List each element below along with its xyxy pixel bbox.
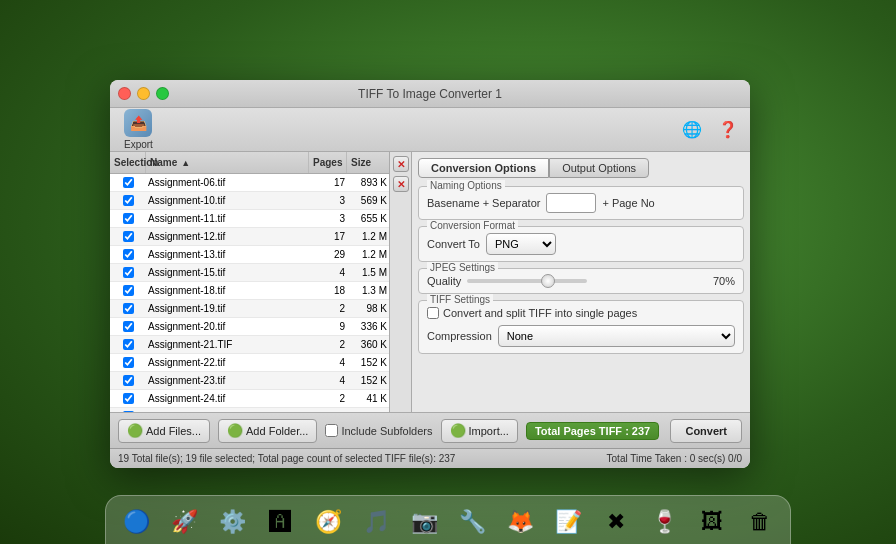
convert-to-label: Convert To [427, 238, 480, 250]
import-button[interactable]: 🟢 Import... [441, 419, 518, 443]
main-content: Selection Name ▲ Pages Size Assignment-0… [110, 152, 750, 412]
dock-icon-settings2[interactable]: 🔧 [450, 500, 494, 544]
conversion-format-row: Convert To PNG JPEG TIFF BMP GIF [427, 233, 735, 255]
tiff-split-row: Convert and split TIFF into single pages [427, 307, 735, 319]
toolbar: 📤 Export 🌐 ❓ [110, 108, 750, 152]
file-name: Assignment-23.tif [146, 375, 309, 386]
file-name: Assignment-15.tif [146, 267, 309, 278]
file-checkbox[interactable] [123, 213, 134, 224]
add-folder-button[interactable]: 🟢 Add Folder... [218, 419, 317, 443]
quality-slider-container [467, 279, 701, 283]
separator-input[interactable] [546, 193, 596, 213]
file-pages: 2 [309, 339, 347, 350]
file-name: Assignment-21.TIF [146, 339, 309, 350]
file-name: Assignment-12.tif [146, 231, 309, 242]
table-row: Assignment-19.tif298 K [110, 300, 389, 318]
col-header-name: Name ▲ [146, 152, 309, 173]
maximize-button[interactable] [156, 87, 169, 100]
dock-icon-safari[interactable]: 🧭 [306, 500, 350, 544]
file-pages: 9 [309, 321, 347, 332]
table-row: Assignment-22.tif4152 K [110, 354, 389, 372]
format-select[interactable]: PNG JPEG TIFF BMP GIF [486, 233, 556, 255]
import-icon: 🟢 [450, 423, 466, 438]
file-name: Assignment-13.tif [146, 249, 309, 260]
file-checkbox[interactable] [123, 303, 134, 314]
file-checkbox[interactable] [123, 321, 134, 332]
convert-button[interactable]: Convert [670, 419, 742, 443]
tiff-split-checkbox[interactable] [427, 307, 439, 319]
remove-button-1[interactable]: ✕ [393, 156, 409, 172]
main-window: TIFF To Image Converter 1 📤 Export 🌐 ❓ S… [110, 80, 750, 468]
file-size: 41 K [347, 411, 389, 412]
file-checkbox[interactable] [123, 249, 134, 260]
dock-icon-itunes[interactable]: 🎵 [354, 500, 398, 544]
help-button[interactable]: ❓ [714, 116, 742, 144]
compression-label: Compression [427, 330, 492, 342]
tiff-split-label: Convert and split TIFF into single pages [443, 307, 637, 319]
file-pages: 3 [309, 195, 347, 206]
dock-icon-launchpad[interactable]: 🚀 [162, 500, 206, 544]
file-checkbox[interactable] [123, 393, 134, 404]
dock-icon-word[interactable]: 📝 [546, 500, 590, 544]
file-checkbox[interactable] [123, 411, 134, 412]
website-button[interactable]: 🌐 [678, 116, 706, 144]
include-subfolders-row: Include Subfolders [325, 424, 432, 437]
file-pages: 2 [309, 411, 347, 412]
dock-icon-firefox[interactable]: 🦊 [498, 500, 542, 544]
status-bar: 19 Total file(s); 19 file selected; Tota… [110, 448, 750, 468]
file-checkbox[interactable] [123, 267, 134, 278]
quality-slider[interactable] [467, 279, 587, 283]
file-size: 1.5 M [347, 267, 389, 278]
add-files-button[interactable]: 🟢 Add Files... [118, 419, 210, 443]
table-row: Assignment-10.tif3569 K [110, 192, 389, 210]
file-size: 152 K [347, 357, 389, 368]
dock-icon-photos[interactable]: 📷 [402, 500, 446, 544]
file-checkbox[interactable] [123, 195, 134, 206]
window-title: TIFF To Image Converter 1 [358, 87, 502, 101]
table-row: Assignment-13.tif291.2 M [110, 246, 389, 264]
dock: 🔵🚀⚙️🅰🧭🎵📷🔧🦊📝✖🍷🖼🗑 [105, 495, 791, 544]
side-buttons: ✕ ✕ [390, 152, 412, 412]
file-name: Assignment-06.tif [146, 177, 309, 188]
close-button[interactable] [118, 87, 131, 100]
dock-icon-gallery[interactable]: 🖼 [690, 500, 734, 544]
col-header-pages: Pages [309, 152, 347, 173]
file-size: 336 K [347, 321, 389, 332]
col-header-selection: Selection [110, 152, 146, 173]
table-row: Assignment-15.tif41.5 M [110, 264, 389, 282]
remove-button-2[interactable]: ✕ [393, 176, 409, 192]
minimize-button[interactable] [137, 87, 150, 100]
file-pages: 4 [309, 375, 347, 386]
quality-value: 70% [707, 275, 735, 287]
file-checkbox[interactable] [123, 339, 134, 350]
file-pages: 3 [309, 213, 347, 224]
file-checkbox[interactable] [123, 231, 134, 242]
dock-icon-trash[interactable]: 🗑 [738, 500, 782, 544]
tab-conversion-options[interactable]: Conversion Options [418, 158, 549, 178]
tab-output-options[interactable]: Output Options [549, 158, 649, 178]
dock-icon-wine[interactable]: 🍷 [642, 500, 686, 544]
file-pages: 17 [309, 231, 347, 242]
include-subfolders-checkbox[interactable] [325, 424, 338, 437]
naming-options-label: Naming Options [427, 180, 505, 191]
dock-icon-app-store[interactable]: 🅰 [258, 500, 302, 544]
dock-icon-system-prefs[interactable]: ⚙️ [210, 500, 254, 544]
compression-select[interactable]: None LZW ZIP JPEG [498, 325, 735, 347]
file-checkbox[interactable] [123, 375, 134, 386]
file-checkbox[interactable] [123, 285, 134, 296]
file-pages: 18 [309, 285, 347, 296]
file-pages: 2 [309, 393, 347, 404]
export-button[interactable]: 📤 Export [118, 105, 159, 154]
table-row: Assignment-12.tif171.2 M [110, 228, 389, 246]
file-size: 893 K [347, 177, 389, 188]
jpeg-settings-row: Quality 70% [427, 275, 735, 287]
status-right: Total Time Taken : 0 sec(s) 0/0 [607, 453, 742, 464]
dock-icon-finder[interactable]: 🔵 [114, 500, 158, 544]
file-size: 569 K [347, 195, 389, 206]
options-panel: Conversion Options Output Options Naming… [412, 152, 750, 412]
dock-icon-x-app[interactable]: ✖ [594, 500, 638, 544]
file-checkbox[interactable] [123, 177, 134, 188]
quality-label: Quality [427, 275, 461, 287]
file-checkbox[interactable] [123, 357, 134, 368]
traffic-lights [118, 87, 169, 100]
